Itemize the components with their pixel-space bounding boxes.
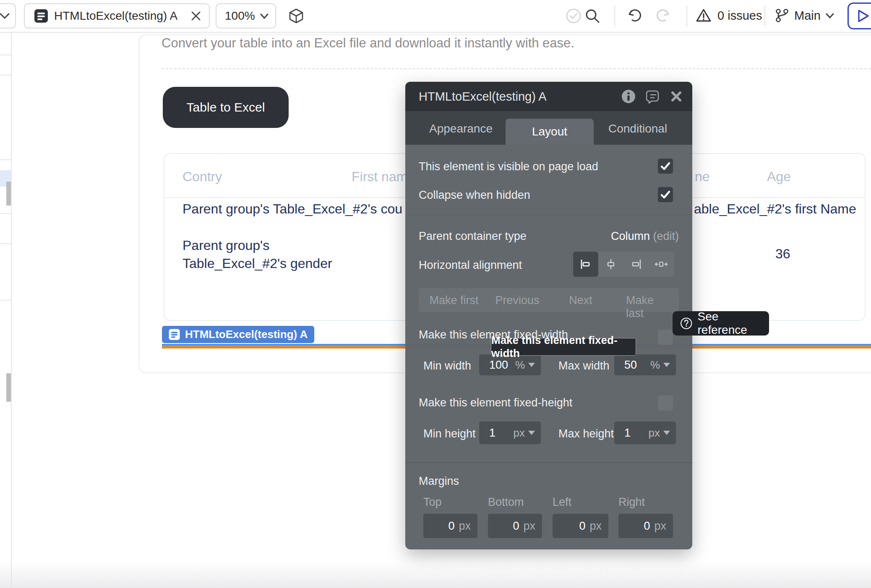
palette-right-border — [11, 33, 12, 588]
min-width-value: 100 — [489, 359, 508, 372]
margins-section-divider — [405, 462, 692, 463]
table-header-age: Age — [767, 169, 791, 185]
collapse-panel-button[interactable] — [0, 3, 16, 29]
selected-element-badge[interactable]: HTMLtoExcel(testing) A — [162, 326, 314, 343]
max-height-unit-dropdown[interactable]: px — [649, 427, 670, 440]
table-header-first-name: First nam — [352, 169, 407, 185]
element-doc-icon — [34, 9, 48, 23]
scrollbar-thumb[interactable] — [6, 182, 11, 206]
check-circle-icon — [566, 8, 582, 24]
undo-button[interactable] — [626, 8, 643, 24]
min-height-unit-dropdown[interactable]: px — [514, 427, 535, 440]
align-left-button[interactable] — [573, 252, 598, 277]
close-icon[interactable] — [670, 91, 682, 102]
max-height-label: Max height — [558, 427, 614, 440]
close-tab-icon[interactable] — [190, 10, 201, 21]
tab-conditional[interactable]: Conditional — [608, 122, 667, 135]
parent-container-value: Column (edit) — [611, 230, 679, 243]
undo-icon — [626, 8, 643, 24]
element-tab-label: HTMLtoExcel(testing) A — [54, 9, 185, 23]
margin-right-input[interactable]: 0 px — [618, 514, 673, 538]
chevron-down-icon — [663, 431, 670, 435]
scrollbar-thumb[interactable] — [6, 373, 11, 402]
margin-left-input[interactable]: 0 px — [553, 514, 608, 538]
parent-container-edit-link[interactable]: (edit) — [653, 230, 679, 242]
property-editor-panel[interactable]: HTMLtoExcel(testing) A Appearance Layout… — [405, 82, 692, 549]
issues-indicator[interactable]: 0 issues — [696, 8, 762, 23]
panel-tab-bar: Appearance Layout Conditional — [405, 111, 692, 145]
palette-divider — [0, 55, 11, 55]
horizontal-alignment-label: Horizontal alignment — [419, 259, 522, 272]
tab-layout[interactable]: Layout — [506, 119, 594, 145]
palette-divider — [0, 243, 11, 244]
align-left-icon — [579, 257, 593, 271]
toolbar-separator — [764, 6, 765, 26]
question-circle-icon — [680, 316, 692, 330]
margin-top-input[interactable]: 0 px — [423, 514, 477, 538]
tab-appearance[interactable]: Appearance — [429, 122, 493, 135]
info-icon[interactable] — [621, 89, 636, 104]
margin-left-value: 0 — [579, 520, 585, 533]
min-height-input[interactable]: 1 px — [479, 421, 541, 444]
margin-right-label: Right — [618, 496, 645, 509]
validate-button — [565, 8, 582, 24]
max-width-label: Max width — [558, 359, 610, 372]
max-width-unit-dropdown[interactable]: % — [650, 359, 670, 372]
see-reference-button[interactable]: See reference — [673, 311, 769, 336]
fixed-width-checkbox[interactable] — [658, 330, 673, 345]
table-to-excel-button[interactable]: Table to Excel — [163, 87, 289, 128]
margin-left-unit: px — [589, 520, 602, 533]
collapse-when-hidden-checkbox[interactable] — [658, 187, 673, 202]
table-cell-country: Parent group's Table_Excel_#2's cou — [183, 201, 402, 217]
element-order-nav: Make first Previous Next Make last — [419, 288, 679, 312]
margin-bottom-label: Bottom — [488, 496, 524, 509]
preview-run-button[interactable] — [848, 3, 871, 29]
margin-left-label: Left — [553, 496, 571, 509]
play-icon — [857, 9, 870, 23]
see-reference-label: See reference — [697, 310, 761, 337]
min-height-value: 1 — [489, 427, 495, 440]
search-icon — [584, 8, 600, 24]
margin-bottom-input[interactable]: 0 px — [488, 514, 542, 538]
align-stretch-icon — [654, 257, 668, 271]
zoom-control[interactable]: 100% — [216, 3, 276, 29]
palette-divider — [0, 213, 11, 214]
visible-on-load-label: This element is visible on page load — [419, 160, 598, 173]
horizontal-alignment-control — [573, 252, 674, 277]
git-branch-icon — [774, 8, 789, 23]
chevron-down-icon — [663, 363, 670, 367]
make-last-button[interactable]: Make last — [626, 294, 661, 320]
panel-header[interactable]: HTMLtoExcel(testing) A — [405, 82, 692, 111]
panel-title: HTMLtoExcel(testing) A — [419, 90, 621, 104]
align-stretch-button[interactable] — [649, 252, 674, 277]
max-width-value: 50 — [624, 359, 637, 372]
section-divider — [405, 214, 692, 215]
toolbar-separator — [686, 6, 687, 26]
search-button[interactable] — [584, 8, 601, 24]
checkmark-icon — [658, 159, 673, 174]
make-first-button[interactable]: Make first — [429, 294, 478, 307]
chevron-down-icon — [0, 13, 10, 19]
next-button[interactable]: Next — [569, 294, 592, 307]
max-height-input[interactable]: 1 px — [614, 421, 676, 444]
checkmark-icon — [658, 187, 673, 202]
align-right-button[interactable] — [623, 252, 649, 277]
align-center-button[interactable] — [598, 252, 623, 277]
cube-icon — [288, 8, 304, 24]
comment-icon[interactable] — [646, 89, 660, 104]
canvas-bottom-fade — [0, 562, 871, 588]
collapse-when-hidden-label: Collapse when hidden — [419, 189, 530, 202]
chevron-down-icon — [528, 363, 535, 367]
parent-container-type: Column — [611, 230, 650, 242]
page-subtitle-text: Convert your table into an Excel file an… — [162, 36, 574, 51]
fixed-height-checkbox[interactable] — [658, 395, 673, 411]
component-library-button[interactable] — [288, 8, 305, 24]
visible-on-load-checkbox[interactable] — [658, 159, 673, 174]
branch-selector[interactable]: Main — [774, 8, 834, 23]
warning-triangle-icon — [696, 8, 712, 23]
min-width-unit-dropdown[interactable]: % — [515, 359, 535, 372]
fixed-width-tooltip: Make this element fixed-width — [491, 338, 636, 356]
redo-icon — [655, 8, 671, 24]
previous-button[interactable]: Previous — [495, 294, 539, 307]
element-tab[interactable]: HTMLtoExcel(testing) A — [24, 3, 210, 29]
